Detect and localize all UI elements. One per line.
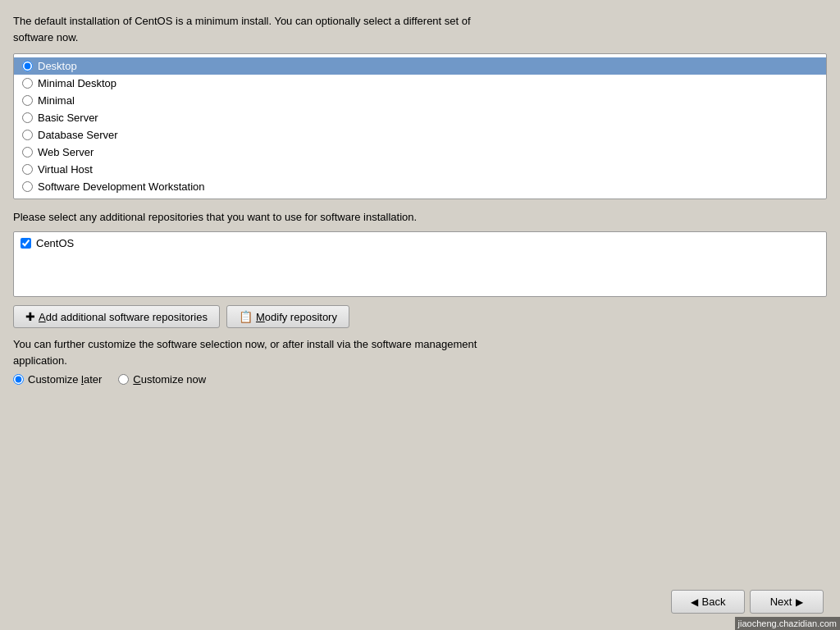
radio-item-minimal[interactable]: Minimal [14, 92, 826, 109]
modify-repo-button[interactable]: 📋 Modify repository [226, 305, 349, 328]
radio-minimal[interactable] [22, 95, 33, 106]
customize-later-option[interactable]: Customize later [13, 373, 102, 386]
radio-label-virtual-host: Virtual Host [38, 163, 93, 176]
radio-item-minimal-desktop[interactable]: Minimal Desktop [14, 75, 826, 92]
radio-customize-now[interactable] [118, 374, 129, 385]
radio-software-dev[interactable] [22, 181, 33, 192]
next-label: Next [770, 596, 792, 608]
repo-label-centos: CentOS [36, 237, 74, 249]
radio-item-basic-server[interactable]: Basic Server [14, 109, 826, 126]
radio-label-software-dev: Software Development Workstation [38, 180, 205, 193]
add-repo-button[interactable]: ✚ Add additional software repositories [13, 305, 220, 328]
radio-label-minimal-desktop: Minimal Desktop [38, 77, 116, 89]
modify-icon: 📋 [239, 310, 253, 323]
customize-text: You can further customize the software s… [13, 336, 489, 368]
back-label: Back [702, 596, 726, 608]
radio-basic-server[interactable] [22, 112, 33, 123]
add-icon: ✚ [25, 310, 35, 323]
radio-web-server[interactable] [22, 147, 33, 158]
radio-virtual-host[interactable] [22, 164, 33, 175]
repo-item-centos[interactable]: CentOS [21, 237, 819, 249]
bottom-navigation: ◀ Back Next ▶ [671, 590, 824, 614]
radio-label-minimal: Minimal [38, 94, 75, 107]
customize-options: Customize later Customize now [13, 373, 827, 386]
radio-item-virtual-host[interactable]: Virtual Host [14, 161, 826, 178]
customize-now-option[interactable]: Customize now [118, 373, 206, 386]
watermark: jiaocheng.chazidian.com [735, 617, 840, 630]
customize-later-label: Customize later [28, 373, 102, 386]
add-repo-label: Add additional software repositories [39, 311, 208, 323]
radio-customize-later[interactable] [13, 374, 24, 385]
modify-repo-label: Modify repository [256, 311, 337, 323]
customize-now-label: Customize now [133, 373, 206, 386]
intro-text: The default installation of CentOS is a … [13, 13, 489, 45]
customize-section: You can further customize the software s… [13, 336, 827, 386]
radio-database-server[interactable] [22, 130, 33, 140]
radio-label-database-server: Database Server [38, 129, 118, 141]
repositories-box: CentOS [13, 231, 827, 297]
repo-checkbox-centos[interactable] [21, 238, 31, 249]
radio-desktop[interactable] [22, 61, 33, 71]
radio-label-web-server: Web Server [38, 146, 94, 158]
radio-label-basic-server: Basic Server [38, 112, 98, 124]
repo-buttons-row: ✚ Add additional software repositories 📋… [13, 305, 827, 328]
next-button[interactable]: Next ▶ [750, 590, 824, 614]
radio-item-web-server[interactable]: Web Server [14, 144, 826, 161]
radio-item-database-server[interactable]: Database Server [14, 126, 826, 144]
radio-item-desktop[interactable]: Desktop [14, 57, 826, 75]
radio-minimal-desktop[interactable] [22, 78, 33, 89]
next-icon: ▶ [796, 596, 803, 608]
software-list-box: Desktop Minimal Desktop Minimal Basic Se… [13, 53, 827, 199]
back-icon: ◀ [691, 596, 698, 608]
repositories-section-label: Please select any additional repositorie… [13, 211, 827, 223]
back-button[interactable]: ◀ Back [671, 590, 745, 614]
radio-item-software-dev[interactable]: Software Development Workstation [14, 178, 826, 195]
radio-label-desktop: Desktop [38, 60, 77, 72]
